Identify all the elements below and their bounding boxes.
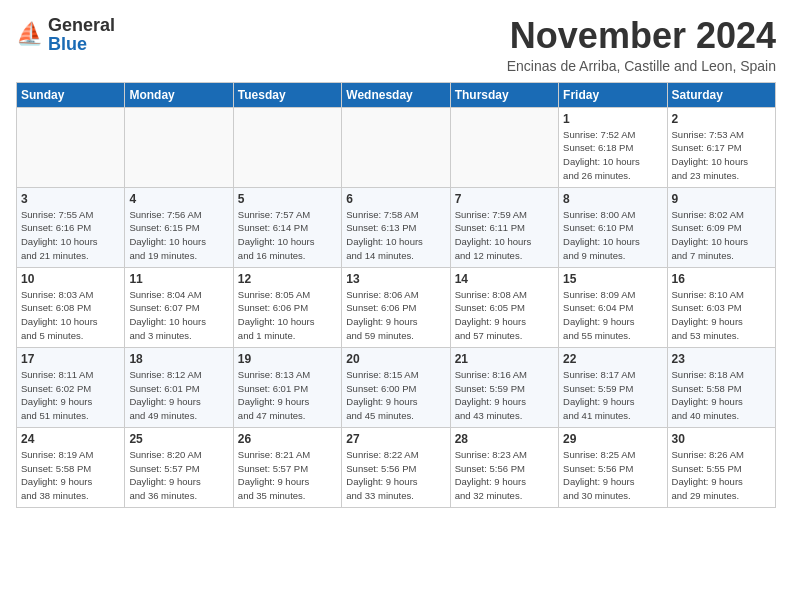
calendar-cell bbox=[342, 107, 450, 187]
calendar-cell: 14Sunrise: 8:08 AM Sunset: 6:05 PM Dayli… bbox=[450, 267, 558, 347]
day-info: Sunrise: 8:16 AM Sunset: 5:59 PM Dayligh… bbox=[455, 368, 554, 423]
day-number: 10 bbox=[21, 272, 120, 286]
calendar-cell: 27Sunrise: 8:22 AM Sunset: 5:56 PM Dayli… bbox=[342, 427, 450, 507]
calendar-cell: 6Sunrise: 7:58 AM Sunset: 6:13 PM Daylig… bbox=[342, 187, 450, 267]
day-info: Sunrise: 7:53 AM Sunset: 6:17 PM Dayligh… bbox=[672, 128, 771, 183]
calendar-cell: 26Sunrise: 8:21 AM Sunset: 5:57 PM Dayli… bbox=[233, 427, 341, 507]
svg-text:⛵: ⛵ bbox=[16, 21, 44, 47]
day-number: 6 bbox=[346, 192, 445, 206]
calendar-cell: 18Sunrise: 8:12 AM Sunset: 6:01 PM Dayli… bbox=[125, 347, 233, 427]
day-info: Sunrise: 8:19 AM Sunset: 5:58 PM Dayligh… bbox=[21, 448, 120, 503]
day-number: 23 bbox=[672, 352, 771, 366]
day-info: Sunrise: 8:23 AM Sunset: 5:56 PM Dayligh… bbox=[455, 448, 554, 503]
day-number: 16 bbox=[672, 272, 771, 286]
calendar-week-2: 3Sunrise: 7:55 AM Sunset: 6:16 PM Daylig… bbox=[17, 187, 776, 267]
day-number: 21 bbox=[455, 352, 554, 366]
calendar-cell: 8Sunrise: 8:00 AM Sunset: 6:10 PM Daylig… bbox=[559, 187, 667, 267]
calendar-cell: 1Sunrise: 7:52 AM Sunset: 6:18 PM Daylig… bbox=[559, 107, 667, 187]
day-info: Sunrise: 8:04 AM Sunset: 6:07 PM Dayligh… bbox=[129, 288, 228, 343]
day-info: Sunrise: 8:06 AM Sunset: 6:06 PM Dayligh… bbox=[346, 288, 445, 343]
day-info: Sunrise: 8:03 AM Sunset: 6:08 PM Dayligh… bbox=[21, 288, 120, 343]
day-number: 28 bbox=[455, 432, 554, 446]
day-number: 2 bbox=[672, 112, 771, 126]
calendar-cell: 10Sunrise: 8:03 AM Sunset: 6:08 PM Dayli… bbox=[17, 267, 125, 347]
logo-general: General bbox=[48, 15, 115, 35]
day-info: Sunrise: 8:08 AM Sunset: 6:05 PM Dayligh… bbox=[455, 288, 554, 343]
calendar-cell: 16Sunrise: 8:10 AM Sunset: 6:03 PM Dayli… bbox=[667, 267, 775, 347]
calendar-cell: 22Sunrise: 8:17 AM Sunset: 5:59 PM Dayli… bbox=[559, 347, 667, 427]
day-number: 1 bbox=[563, 112, 662, 126]
day-header-wednesday: Wednesday bbox=[342, 82, 450, 107]
day-number: 3 bbox=[21, 192, 120, 206]
calendar-cell: 29Sunrise: 8:25 AM Sunset: 5:56 PM Dayli… bbox=[559, 427, 667, 507]
day-info: Sunrise: 8:20 AM Sunset: 5:57 PM Dayligh… bbox=[129, 448, 228, 503]
day-info: Sunrise: 8:25 AM Sunset: 5:56 PM Dayligh… bbox=[563, 448, 662, 503]
calendar-cell: 3Sunrise: 7:55 AM Sunset: 6:16 PM Daylig… bbox=[17, 187, 125, 267]
subtitle: Encinas de Arriba, Castille and Leon, Sp… bbox=[507, 58, 776, 74]
day-number: 7 bbox=[455, 192, 554, 206]
day-number: 30 bbox=[672, 432, 771, 446]
day-header-saturday: Saturday bbox=[667, 82, 775, 107]
calendar-week-3: 10Sunrise: 8:03 AM Sunset: 6:08 PM Dayli… bbox=[17, 267, 776, 347]
day-info: Sunrise: 7:55 AM Sunset: 6:16 PM Dayligh… bbox=[21, 208, 120, 263]
calendar-cell: 21Sunrise: 8:16 AM Sunset: 5:59 PM Dayli… bbox=[450, 347, 558, 427]
day-info: Sunrise: 7:52 AM Sunset: 6:18 PM Dayligh… bbox=[563, 128, 662, 183]
calendar-header: SundayMondayTuesdayWednesdayThursdayFrid… bbox=[17, 82, 776, 107]
day-info: Sunrise: 8:21 AM Sunset: 5:57 PM Dayligh… bbox=[238, 448, 337, 503]
calendar-cell: 9Sunrise: 8:02 AM Sunset: 6:09 PM Daylig… bbox=[667, 187, 775, 267]
calendar-cell bbox=[233, 107, 341, 187]
calendar-table: SundayMondayTuesdayWednesdayThursdayFrid… bbox=[16, 82, 776, 508]
day-number: 14 bbox=[455, 272, 554, 286]
calendar-cell: 15Sunrise: 8:09 AM Sunset: 6:04 PM Dayli… bbox=[559, 267, 667, 347]
calendar-cell bbox=[125, 107, 233, 187]
day-number: 8 bbox=[563, 192, 662, 206]
day-info: Sunrise: 8:10 AM Sunset: 6:03 PM Dayligh… bbox=[672, 288, 771, 343]
calendar-cell: 11Sunrise: 8:04 AM Sunset: 6:07 PM Dayli… bbox=[125, 267, 233, 347]
day-number: 29 bbox=[563, 432, 662, 446]
logo-blue: Blue bbox=[48, 34, 87, 54]
day-header-friday: Friday bbox=[559, 82, 667, 107]
calendar-cell: 25Sunrise: 8:20 AM Sunset: 5:57 PM Dayli… bbox=[125, 427, 233, 507]
calendar-cell: 24Sunrise: 8:19 AM Sunset: 5:58 PM Dayli… bbox=[17, 427, 125, 507]
calendar-cell: 28Sunrise: 8:23 AM Sunset: 5:56 PM Dayli… bbox=[450, 427, 558, 507]
day-info: Sunrise: 8:13 AM Sunset: 6:01 PM Dayligh… bbox=[238, 368, 337, 423]
calendar-cell: 17Sunrise: 8:11 AM Sunset: 6:02 PM Dayli… bbox=[17, 347, 125, 427]
day-info: Sunrise: 8:11 AM Sunset: 6:02 PM Dayligh… bbox=[21, 368, 120, 423]
day-number: 11 bbox=[129, 272, 228, 286]
day-info: Sunrise: 7:58 AM Sunset: 6:13 PM Dayligh… bbox=[346, 208, 445, 263]
calendar-cell: 12Sunrise: 8:05 AM Sunset: 6:06 PM Dayli… bbox=[233, 267, 341, 347]
day-info: Sunrise: 8:05 AM Sunset: 6:06 PM Dayligh… bbox=[238, 288, 337, 343]
day-number: 27 bbox=[346, 432, 445, 446]
day-number: 25 bbox=[129, 432, 228, 446]
day-number: 15 bbox=[563, 272, 662, 286]
day-number: 4 bbox=[129, 192, 228, 206]
day-number: 19 bbox=[238, 352, 337, 366]
calendar-cell: 20Sunrise: 8:15 AM Sunset: 6:00 PM Dayli… bbox=[342, 347, 450, 427]
day-number: 26 bbox=[238, 432, 337, 446]
day-info: Sunrise: 8:02 AM Sunset: 6:09 PM Dayligh… bbox=[672, 208, 771, 263]
day-number: 20 bbox=[346, 352, 445, 366]
calendar-cell: 19Sunrise: 8:13 AM Sunset: 6:01 PM Dayli… bbox=[233, 347, 341, 427]
day-number: 13 bbox=[346, 272, 445, 286]
day-number: 9 bbox=[672, 192, 771, 206]
day-info: Sunrise: 7:57 AM Sunset: 6:14 PM Dayligh… bbox=[238, 208, 337, 263]
day-info: Sunrise: 8:22 AM Sunset: 5:56 PM Dayligh… bbox=[346, 448, 445, 503]
day-info: Sunrise: 8:26 AM Sunset: 5:55 PM Dayligh… bbox=[672, 448, 771, 503]
day-info: Sunrise: 8:00 AM Sunset: 6:10 PM Dayligh… bbox=[563, 208, 662, 263]
calendar-cell: 13Sunrise: 8:06 AM Sunset: 6:06 PM Dayli… bbox=[342, 267, 450, 347]
page-header: ⛵ General Blue November 2024 Encinas de … bbox=[16, 16, 776, 74]
title-area: November 2024 Encinas de Arriba, Castill… bbox=[507, 16, 776, 74]
day-info: Sunrise: 8:18 AM Sunset: 5:58 PM Dayligh… bbox=[672, 368, 771, 423]
day-info: Sunrise: 8:15 AM Sunset: 6:00 PM Dayligh… bbox=[346, 368, 445, 423]
calendar-cell: 23Sunrise: 8:18 AM Sunset: 5:58 PM Dayli… bbox=[667, 347, 775, 427]
calendar-week-4: 17Sunrise: 8:11 AM Sunset: 6:02 PM Dayli… bbox=[17, 347, 776, 427]
day-header-thursday: Thursday bbox=[450, 82, 558, 107]
day-header-sunday: Sunday bbox=[17, 82, 125, 107]
day-info: Sunrise: 7:59 AM Sunset: 6:11 PM Dayligh… bbox=[455, 208, 554, 263]
calendar-cell: 7Sunrise: 7:59 AM Sunset: 6:11 PM Daylig… bbox=[450, 187, 558, 267]
logo: ⛵ General Blue bbox=[16, 16, 115, 54]
calendar-cell: 5Sunrise: 7:57 AM Sunset: 6:14 PM Daylig… bbox=[233, 187, 341, 267]
day-info: Sunrise: 8:12 AM Sunset: 6:01 PM Dayligh… bbox=[129, 368, 228, 423]
day-number: 12 bbox=[238, 272, 337, 286]
calendar-week-1: 1Sunrise: 7:52 AM Sunset: 6:18 PM Daylig… bbox=[17, 107, 776, 187]
